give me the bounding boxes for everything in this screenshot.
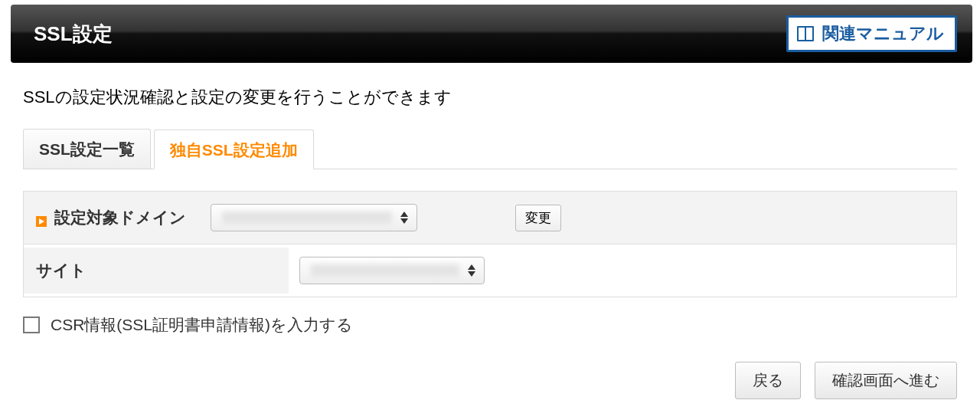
domain-select-value bbox=[222, 212, 392, 224]
csr-checkbox[interactable] bbox=[23, 317, 40, 333]
updown-icon bbox=[467, 264, 476, 277]
page-header: SSL設定 関連マニュアル bbox=[11, 5, 972, 63]
site-select-value bbox=[311, 264, 459, 277]
tab-label: SSL設定一覧 bbox=[39, 140, 135, 158]
book-icon bbox=[796, 25, 815, 42]
domain-label-text: 設定対象ドメイン bbox=[54, 207, 186, 228]
site-row: サイト bbox=[24, 244, 956, 297]
tabs: SSL設定一覧 独自SSL設定追加 bbox=[23, 129, 957, 169]
domain-select[interactable] bbox=[211, 204, 417, 231]
svg-rect-1 bbox=[799, 28, 805, 40]
confirm-button[interactable]: 確認画面へ進む bbox=[815, 362, 957, 399]
related-manual-button[interactable]: 関連マニュアル bbox=[786, 15, 957, 52]
tab-ssl-add[interactable]: 独自SSL設定追加 bbox=[154, 130, 314, 169]
ssl-form: 設定対象ドメイン 変更 サイト bbox=[23, 191, 957, 297]
domain-row: 設定対象ドメイン 変更 bbox=[24, 192, 956, 244]
tab-ssl-list[interactable]: SSL設定一覧 bbox=[23, 129, 151, 169]
domain-value-cell: 変更 bbox=[501, 205, 956, 231]
arrow-right-icon bbox=[36, 212, 47, 223]
site-label-text: サイト bbox=[36, 260, 87, 281]
site-select[interactable] bbox=[299, 257, 485, 284]
related-manual-label: 関連マニュアル bbox=[822, 22, 944, 45]
site-value-cell bbox=[289, 244, 956, 297]
domain-label-cell: 設定対象ドメイン bbox=[24, 192, 501, 244]
site-label-cell: サイト bbox=[24, 248, 289, 294]
back-button[interactable]: 戻る bbox=[735, 362, 801, 399]
svg-rect-2 bbox=[806, 28, 812, 40]
page-description: SSLの設定状況確認と設定の変更を行うことができます bbox=[0, 63, 980, 129]
csr-checkbox-label: CSR情報(SSL証明書申請情報)を入力する bbox=[51, 314, 353, 336]
action-buttons: 戻る 確認画面へ進む bbox=[23, 362, 957, 399]
change-domain-button[interactable]: 変更 bbox=[515, 205, 561, 231]
page-title: SSL設定 bbox=[34, 21, 113, 48]
tab-label: 独自SSL設定追加 bbox=[170, 141, 298, 159]
csr-checkbox-row: CSR情報(SSL証明書申請情報)を入力する bbox=[23, 314, 957, 336]
updown-icon bbox=[400, 212, 409, 224]
